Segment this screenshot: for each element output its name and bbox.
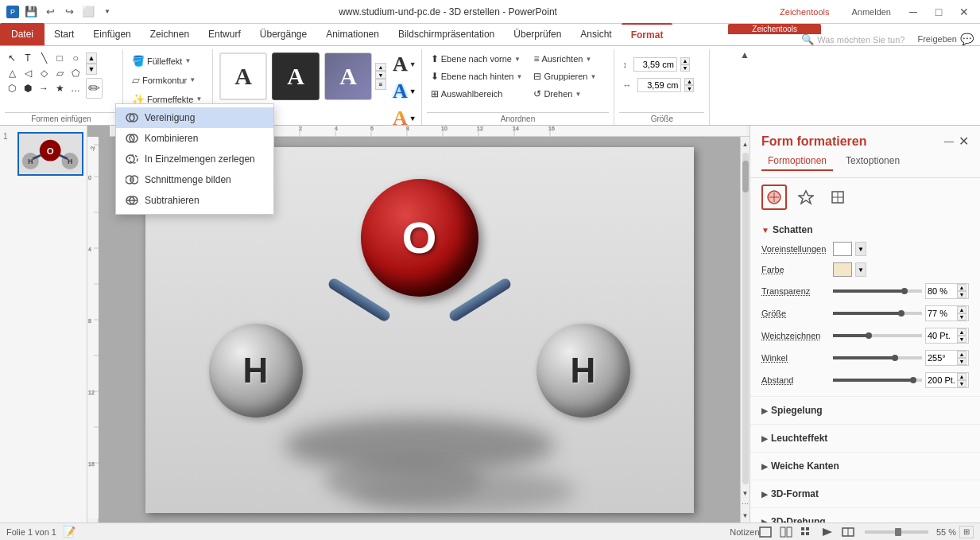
shape-penta[interactable]: ⬡ bbox=[5, 81, 19, 95]
weich-down[interactable]: ▼ bbox=[957, 336, 966, 343]
height-field[interactable] bbox=[633, 57, 677, 72]
tab-draw[interactable]: Zeichnen bbox=[141, 23, 199, 45]
signin-label[interactable]: Anmelden bbox=[851, 7, 891, 17]
close-btn[interactable]: ✕ bbox=[955, 2, 974, 21]
ausrichten-btn[interactable]: ≡ Ausrichten ▼ bbox=[529, 51, 609, 67]
groesse-slider[interactable] bbox=[833, 312, 922, 315]
slide-thumbnail-1[interactable]: 1 O H H bbox=[3, 132, 83, 176]
height-up[interactable]: ▲ bbox=[680, 57, 690, 64]
weiche-kanten-header[interactable]: ▶ Weiche Kanten bbox=[761, 457, 969, 475]
shape-oval[interactable]: ○ bbox=[68, 51, 83, 65]
shape-rtri[interactable]: ◁ bbox=[21, 66, 35, 80]
tab-view[interactable]: Ansicht bbox=[571, 23, 621, 45]
ebene-hinten-btn[interactable]: ⬇ Ebene nach hinten ▼ bbox=[427, 68, 527, 84]
winkel-up[interactable]: ▲ bbox=[957, 351, 966, 358]
ribbon-collapse-btn[interactable]: ▲ bbox=[740, 49, 750, 60]
outline-view-btn[interactable] bbox=[777, 525, 795, 539]
panel-close-btn[interactable]: ✕ bbox=[959, 134, 969, 149]
shape-select[interactable]: ↖ bbox=[5, 51, 19, 65]
shape-more[interactable]: … bbox=[68, 81, 83, 95]
abstand-up[interactable]: ▲ bbox=[957, 373, 966, 380]
tab-insert[interactable]: Einfügen bbox=[83, 23, 140, 45]
voreinstellungen-swatch[interactable] bbox=[833, 242, 852, 256]
wordart-style-2[interactable]: A bbox=[272, 52, 320, 100]
normal-view-btn[interactable] bbox=[757, 525, 774, 539]
wordart-scroll-down[interactable]: ▼ bbox=[375, 71, 386, 79]
shape-text[interactable]: T bbox=[21, 51, 35, 65]
shape-hexa[interactable]: ⬢ bbox=[21, 81, 35, 95]
weich-up[interactable]: ▲ bbox=[957, 328, 966, 336]
panel-icon-fill[interactable] bbox=[761, 185, 787, 210]
panel-collapse-btn[interactable]: — bbox=[944, 136, 954, 147]
text-effect-dd[interactable]: ▼ bbox=[409, 115, 416, 122]
slideshow-btn[interactable] bbox=[819, 525, 836, 539]
shape-para[interactable]: ▱ bbox=[52, 66, 67, 80]
zoom-thumb[interactable] bbox=[895, 528, 901, 536]
search-placeholder[interactable]: Was möchten Sie tun? bbox=[817, 35, 904, 45]
groesse-up[interactable]: ▲ bbox=[957, 306, 966, 313]
scroll-down-btn[interactable]: ▼ bbox=[741, 488, 750, 499]
redo-quickbtn[interactable]: ↪ bbox=[60, 3, 78, 21]
winkel-slider[interactable] bbox=[833, 356, 922, 359]
trans-down[interactable]: ▼ bbox=[957, 291, 966, 298]
transparenz-slider[interactable] bbox=[833, 289, 922, 293]
wordart-scroll-up[interactable]: ▲ bbox=[375, 63, 386, 71]
zoom-slider[interactable] bbox=[865, 530, 928, 534]
abstand-input[interactable]: 200 Pt. ▲ ▼ bbox=[925, 372, 969, 388]
abstand-slider[interactable] bbox=[833, 379, 922, 382]
weichzeichnen-slider[interactable] bbox=[833, 334, 922, 337]
weichzeichnen-thumb[interactable] bbox=[866, 332, 872, 339]
scroll-bottom-btn[interactable]: ▼ bbox=[741, 510, 750, 521]
shape-arrow[interactable]: → bbox=[37, 81, 51, 95]
zoom-fit-btn[interactable]: ⊞ bbox=[959, 526, 974, 538]
shape-star[interactable]: ★ bbox=[52, 81, 67, 95]
share-label[interactable]: Freigeben bbox=[917, 34, 957, 44]
winkel-thumb[interactable] bbox=[892, 355, 898, 361]
farbe-swatch[interactable] bbox=[833, 262, 852, 277]
shapes-scroll-up[interactable]: ▲ bbox=[86, 52, 97, 64]
groesse-down[interactable]: ▼ bbox=[957, 313, 966, 321]
ppt-quickbtn[interactable]: ⬜ bbox=[79, 3, 97, 21]
panel-icon-effects[interactable] bbox=[793, 185, 819, 210]
winkel-down[interactable]: ▼ bbox=[957, 358, 966, 365]
tab-design[interactable]: Entwurf bbox=[199, 23, 250, 45]
groesse-thumb[interactable] bbox=[898, 310, 904, 317]
ebene-vorne-btn[interactable]: ⬆ Ebene nach vorne ▼ bbox=[427, 51, 527, 67]
scroll-thumb[interactable] bbox=[742, 161, 749, 192]
gruppieren-btn[interactable]: ⊟ Gruppieren ▼ bbox=[529, 68, 609, 84]
text-outline-dd[interactable]: ▼ bbox=[409, 87, 416, 95]
leuchteffekt-header[interactable]: ▶ Leuchteffekt bbox=[761, 429, 969, 447]
trans-up[interactable]: ▲ bbox=[957, 284, 966, 291]
tab-slideshow[interactable]: Bildschirmpräsentation bbox=[389, 23, 504, 45]
restore-btn[interactable]: □ bbox=[929, 2, 948, 21]
tab-file[interactable]: Datei bbox=[0, 23, 45, 45]
winkel-input[interactable]: 255° ▲ ▼ bbox=[925, 350, 969, 366]
groesse-input-box[interactable]: 77 % ▲ ▼ bbox=[925, 305, 969, 321]
shapes-scroll-down[interactable]: ▼ bbox=[86, 64, 97, 75]
shape-trap[interactable]: ⬠ bbox=[68, 66, 83, 80]
transparenz-input[interactable]: 80 % ▲ ▼ bbox=[925, 283, 969, 299]
drehen-btn[interactable]: ↺ Drehen ▼ bbox=[529, 86, 609, 102]
panel-tab-form[interactable]: Formoptionen bbox=[761, 152, 833, 171]
schatten-header[interactable]: ▼ Schatten bbox=[761, 221, 969, 239]
text-fill-label[interactable]: ▼ bbox=[409, 60, 416, 68]
abstand-down[interactable]: ▼ bbox=[957, 380, 966, 387]
minimize-btn[interactable]: ─ bbox=[904, 2, 923, 21]
voreinstellungen-dropdown[interactable]: ▼ bbox=[855, 242, 866, 256]
width-up[interactable]: ▲ bbox=[684, 78, 694, 85]
width-field[interactable] bbox=[637, 78, 681, 92]
tab-animations[interactable]: Animationen bbox=[316, 23, 389, 45]
tab-review[interactable]: Überprüfen bbox=[504, 23, 571, 45]
fuelleffekt-btn[interactable]: 🪣 Fülleffekt ▼ bbox=[128, 52, 207, 69]
tab-format[interactable]: Format bbox=[622, 23, 673, 45]
abstand-thumb[interactable] bbox=[910, 377, 916, 383]
scroll-up-btn[interactable]: ▲ bbox=[741, 138, 750, 150]
panel-icon-size[interactable] bbox=[825, 185, 850, 210]
shape-tri[interactable]: △ bbox=[5, 66, 19, 80]
wordart-style-1[interactable]: A bbox=[219, 52, 267, 100]
shape-rect[interactable]: □ bbox=[52, 51, 67, 65]
edit-shapes-btn[interactable]: ✏ bbox=[86, 78, 103, 99]
scroll-more-btn[interactable]: ⋯ bbox=[741, 499, 750, 510]
3d-format-header[interactable]: ▶ 3D-Format bbox=[761, 485, 969, 503]
reading-btn[interactable] bbox=[839, 525, 857, 539]
